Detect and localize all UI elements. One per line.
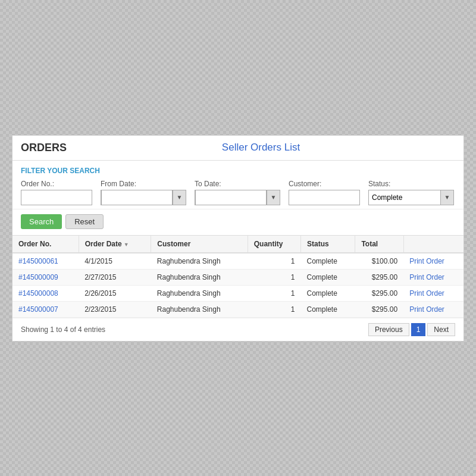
cell-quantity: 1 bbox=[248, 301, 300, 317]
cell-order-no: #145000007 bbox=[12, 301, 79, 317]
status-select[interactable]: Complete Pending Processing Cancelled bbox=[369, 190, 440, 205]
table-row: #145000061 4/1/2015 Raghubendra Singh 1 … bbox=[12, 253, 464, 270]
cell-total: $100.00 bbox=[355, 253, 403, 270]
to-date-label: To Date: bbox=[195, 180, 280, 188]
sort-icon: ▼ bbox=[124, 242, 129, 248]
order-no-field: Order No.: bbox=[21, 180, 92, 205]
orders-table: Order No. Order Date▼ Customer Quantity … bbox=[12, 235, 464, 318]
table-row: #145000008 2/26/2015 Raghubendra Singh 1… bbox=[12, 285, 464, 301]
cell-action: Print Order bbox=[403, 269, 464, 285]
print-order-link[interactable]: Print Order bbox=[409, 257, 444, 265]
status-select-arrow-icon: ▼ bbox=[440, 190, 453, 205]
col-action bbox=[403, 235, 464, 253]
pagination: Previous 1 Next bbox=[368, 323, 455, 336]
showing-entries: Showing 1 to 4 of 4 entries bbox=[21, 325, 105, 334]
table-row: #145000009 2/27/2015 Raghubendra Singh 1… bbox=[12, 269, 464, 285]
col-order-no: Order No. bbox=[12, 235, 79, 253]
cell-order-date: 4/1/2015 bbox=[79, 253, 151, 270]
table-body: #145000061 4/1/2015 Raghubendra Singh 1 … bbox=[12, 253, 464, 318]
cell-order-no: #145000009 bbox=[12, 269, 79, 285]
filter-row: Order No.: From Date: ▼ To Date: ▼ bbox=[21, 180, 455, 205]
from-date-field: From Date: ▼ bbox=[101, 180, 186, 205]
cell-customer: Raghubendra Singh bbox=[151, 301, 248, 317]
cell-quantity: 1 bbox=[248, 285, 300, 301]
cell-quantity: 1 bbox=[248, 253, 300, 270]
cell-status: Complete bbox=[300, 285, 355, 301]
from-date-wrapper: ▼ bbox=[101, 190, 186, 205]
customer-input[interactable] bbox=[289, 190, 360, 205]
cell-action: Print Order bbox=[403, 285, 464, 301]
print-order-link[interactable]: Print Order bbox=[409, 273, 444, 281]
cell-order-date: 2/23/2015 bbox=[79, 301, 151, 317]
panel-header: ORDERS Seller Orders List bbox=[12, 136, 464, 161]
order-no-link[interactable]: #145000007 bbox=[18, 305, 58, 314]
cell-total: $295.00 bbox=[355, 301, 403, 317]
to-date-wrapper: ▼ bbox=[195, 190, 280, 205]
col-total: Total bbox=[355, 235, 403, 253]
orders-panel: ORDERS Seller Orders List FILTER YOUR SE… bbox=[12, 135, 464, 342]
table-row: #145000007 2/23/2015 Raghubendra Singh 1… bbox=[12, 301, 464, 317]
print-order-link[interactable]: Print Order bbox=[409, 305, 444, 314]
panel-subtitle: Seller Orders List bbox=[67, 142, 455, 154]
filter-buttons: Search Reset bbox=[12, 209, 464, 235]
cell-order-no: #145000061 bbox=[12, 253, 79, 270]
status-label: Status: bbox=[368, 180, 454, 188]
cell-status: Complete bbox=[300, 269, 355, 285]
search-button[interactable]: Search bbox=[21, 214, 62, 229]
to-date-field: To Date: ▼ bbox=[195, 180, 280, 205]
cell-action: Print Order bbox=[403, 253, 464, 270]
panel-footer: Showing 1 to 4 of 4 entries Previous 1 N… bbox=[12, 318, 464, 341]
cell-total: $295.00 bbox=[355, 269, 403, 285]
col-order-date[interactable]: Order Date▼ bbox=[79, 235, 151, 253]
order-no-link[interactable]: #145000061 bbox=[18, 257, 58, 265]
from-date-label: From Date: bbox=[101, 180, 186, 188]
status-field: Status: Complete Pending Processing Canc… bbox=[368, 180, 454, 205]
cell-status: Complete bbox=[300, 301, 355, 317]
order-no-input[interactable] bbox=[21, 190, 92, 205]
print-order-link[interactable]: Print Order bbox=[409, 289, 444, 298]
cell-quantity: 1 bbox=[248, 269, 300, 285]
order-no-link[interactable]: #145000008 bbox=[18, 289, 58, 298]
cell-total: $295.00 bbox=[355, 285, 403, 301]
cell-order-date: 2/27/2015 bbox=[79, 269, 151, 285]
col-status: Status bbox=[300, 235, 355, 253]
pagination-current-page: 1 bbox=[411, 323, 426, 336]
cell-order-date: 2/26/2015 bbox=[79, 285, 151, 301]
order-no-link[interactable]: #145000009 bbox=[18, 273, 58, 281]
filter-section: FILTER YOUR SEARCH Order No.: From Date:… bbox=[12, 161, 464, 209]
table-header-row: Order No. Order Date▼ Customer Quantity … bbox=[12, 235, 464, 253]
filter-label: FILTER YOUR SEARCH bbox=[21, 167, 455, 175]
cell-customer: Raghubendra Singh bbox=[151, 253, 248, 270]
pagination-previous-button[interactable]: Previous bbox=[368, 323, 409, 336]
cell-customer: Raghubendra Singh bbox=[151, 269, 248, 285]
pagination-next-button[interactable]: Next bbox=[427, 323, 455, 336]
panel-title: ORDERS bbox=[21, 142, 67, 154]
cell-customer: Raghubendra Singh bbox=[151, 285, 248, 301]
cell-status: Complete bbox=[300, 253, 355, 270]
table-header: Order No. Order Date▼ Customer Quantity … bbox=[12, 235, 464, 253]
cell-order-no: #145000008 bbox=[12, 285, 79, 301]
status-select-wrapper: Complete Pending Processing Cancelled ▼ bbox=[368, 190, 454, 205]
to-date-input[interactable] bbox=[195, 190, 267, 205]
col-customer: Customer bbox=[151, 235, 248, 253]
col-quantity: Quantity bbox=[248, 235, 300, 253]
order-no-label: Order No.: bbox=[21, 180, 92, 188]
to-date-calendar-button[interactable]: ▼ bbox=[267, 190, 280, 205]
customer-field: Customer: bbox=[289, 180, 360, 205]
reset-button[interactable]: Reset bbox=[65, 214, 104, 229]
from-date-calendar-button[interactable]: ▼ bbox=[173, 190, 186, 205]
from-date-input[interactable] bbox=[101, 190, 173, 205]
customer-label: Customer: bbox=[289, 180, 360, 188]
cell-action: Print Order bbox=[403, 301, 464, 317]
